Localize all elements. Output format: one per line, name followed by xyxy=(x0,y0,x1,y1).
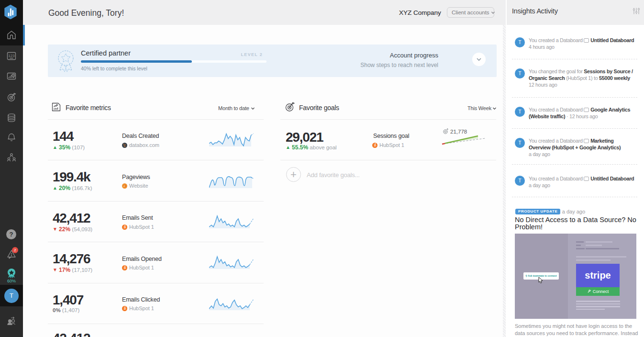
svg-text:21,778: 21,778 xyxy=(450,129,467,135)
svg-text:123: 123 xyxy=(8,54,15,58)
